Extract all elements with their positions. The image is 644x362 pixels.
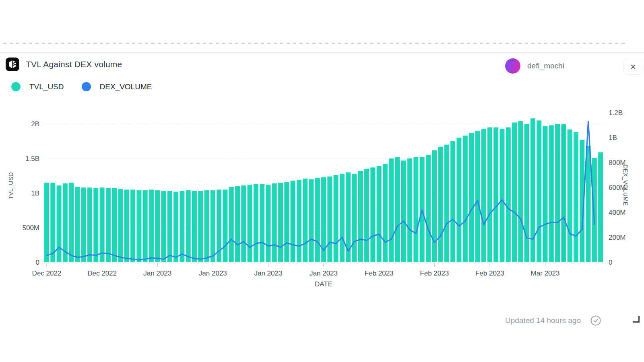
tvl-bar[interactable] — [57, 185, 62, 262]
tvl-bar[interactable] — [530, 118, 535, 262]
tvl-bar[interactable] — [149, 189, 154, 262]
tvl-bar[interactable] — [438, 147, 443, 262]
tvl-bar[interactable] — [512, 123, 517, 262]
tvl-bar[interactable] — [100, 187, 105, 262]
tvl-bar[interactable] — [586, 146, 591, 262]
y-right-tick-label: 0 — [609, 259, 612, 266]
tvl-bar[interactable] — [401, 160, 406, 262]
tvl-bar[interactable] — [173, 192, 178, 262]
tvl-bar[interactable] — [118, 189, 123, 262]
tvl-bar[interactable] — [456, 138, 461, 262]
tvl-bar[interactable] — [340, 174, 345, 262]
tvl-bar[interactable] — [278, 183, 283, 262]
tvl-bar[interactable] — [475, 131, 480, 262]
tvl-bar[interactable] — [370, 167, 375, 262]
tvl-bar[interactable] — [432, 150, 437, 262]
tvl-bar[interactable] — [143, 190, 148, 262]
tvl-bar[interactable] — [241, 185, 246, 262]
chart-widget-card: TVL Against DEX volume defi_mochi × TVL_… — [0, 0, 644, 362]
tvl-bar[interactable] — [500, 129, 504, 262]
tvl-bar[interactable] — [364, 169, 369, 262]
tvl-bar[interactable] — [555, 124, 560, 262]
tvl-bar[interactable] — [161, 191, 166, 262]
tvl-bar[interactable] — [463, 136, 468, 262]
tvl-bar[interactable] — [69, 183, 74, 262]
tvl-bar[interactable] — [469, 133, 474, 262]
tvl-bar[interactable] — [389, 158, 394, 262]
x-tick-label: Dec 2022 — [32, 269, 62, 277]
tvl-bar[interactable] — [229, 187, 234, 262]
tvl-bar[interactable] — [303, 179, 308, 262]
tvl-bar[interactable] — [574, 132, 578, 262]
tvl-bar[interactable] — [352, 174, 357, 262]
tvl-bar[interactable] — [106, 188, 111, 262]
y-left-tick-label: 2B — [31, 120, 39, 128]
tvl-bar[interactable] — [248, 185, 252, 262]
tvl-bar[interactable] — [327, 177, 332, 262]
y-right-tick-label: 200M — [609, 234, 626, 241]
tvl-bar[interactable] — [493, 128, 498, 262]
tvl-bar[interactable] — [112, 188, 117, 262]
tvl-bar[interactable] — [561, 124, 566, 262]
tvl-bar[interactable] — [198, 191, 203, 262]
resize-corner-handle-icon[interactable] — [633, 316, 640, 323]
tvl-bar[interactable] — [130, 189, 135, 262]
tvl-bar[interactable] — [124, 189, 129, 262]
tvl-bar[interactable] — [506, 128, 511, 262]
tvl-bar[interactable] — [87, 187, 92, 262]
tvl-bar[interactable] — [334, 175, 339, 262]
tvl-bar[interactable] — [44, 183, 49, 262]
tvl-bar[interactable] — [50, 183, 55, 262]
tvl-bar[interactable] — [309, 179, 314, 262]
y-right-axis-title: DEX_VOLUME — [622, 165, 629, 206]
tvl-bar[interactable] — [136, 190, 141, 262]
tvl-bar[interactable] — [167, 191, 172, 262]
tvl-bar[interactable] — [291, 181, 295, 262]
tvl-bar[interactable] — [235, 186, 240, 262]
tvl-bar[interactable] — [450, 141, 455, 262]
combo-chart-plot[interactable]: Dec 2022Dec 2022Jan 2023Jan 2023Jan 2023… — [0, 0, 644, 294]
tvl-bar[interactable] — [254, 184, 258, 262]
tvl-bar[interactable] — [395, 157, 400, 262]
tvl-bar[interactable] — [223, 189, 227, 262]
tvl-bar[interactable] — [297, 180, 301, 262]
tvl-bar[interactable] — [284, 182, 289, 262]
y-right-tick-label: 1.2B — [609, 109, 623, 117]
tvl-bar[interactable] — [272, 183, 277, 262]
tvl-bar[interactable] — [481, 129, 486, 262]
tvl-bar[interactable] — [524, 124, 529, 262]
tvl-bar[interactable] — [192, 191, 197, 262]
tvl-bar[interactable] — [407, 158, 412, 262]
tvl-bar[interactable] — [81, 187, 86, 262]
tvl-bar[interactable] — [549, 125, 554, 262]
tvl-bar[interactable] — [315, 178, 320, 262]
tvl-bar[interactable] — [383, 164, 388, 262]
tvl-bar[interactable] — [180, 191, 184, 262]
x-tick-label: Feb 2023 — [475, 269, 504, 277]
tvl-bar[interactable] — [75, 187, 80, 262]
tvl-bar[interactable] — [568, 130, 572, 262]
x-tick-label: Jan 2023 — [310, 269, 338, 277]
tvl-bar[interactable] — [537, 120, 541, 262]
tvl-bar[interactable] — [444, 145, 449, 262]
x-axis-title: DATE — [315, 280, 332, 288]
tvl-bar[interactable] — [211, 190, 215, 262]
tvl-bar[interactable] — [204, 190, 209, 262]
tvl-bar[interactable] — [93, 188, 98, 262]
tvl-bar[interactable] — [543, 126, 547, 262]
tvl-bar[interactable] — [186, 190, 191, 262]
tvl-bar[interactable] — [592, 158, 597, 262]
tvl-bar[interactable] — [413, 157, 418, 262]
tvl-bar[interactable] — [518, 121, 523, 262]
tvl-bar[interactable] — [487, 128, 492, 262]
tvl-bar[interactable] — [358, 171, 363, 262]
tvl-bar[interactable] — [598, 152, 603, 262]
tvl-bar[interactable] — [426, 155, 431, 262]
x-tick-label: Feb 2023 — [420, 269, 449, 277]
tvl-bar[interactable] — [155, 190, 160, 262]
check-circle-icon — [590, 315, 601, 326]
tvl-bar[interactable] — [260, 184, 264, 262]
tvl-bar[interactable] — [266, 185, 270, 262]
y-right-tick-label: 1B — [609, 134, 617, 142]
tvl-bar[interactable] — [377, 166, 382, 262]
